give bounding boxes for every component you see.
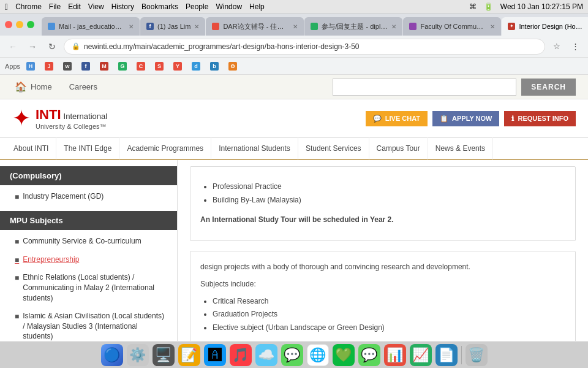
dock-excel[interactable]: 📈	[410, 344, 432, 366]
menu-window[interactable]: Window	[216, 2, 242, 11]
back-button[interactable]: ←	[5, 39, 21, 55]
dock-finder[interactable]: 🔵	[101, 344, 123, 366]
building-bylaw-label: Building By-Law (Malaysia)	[213, 196, 301, 204]
menu-people[interactable]: People	[186, 2, 208, 11]
reload-button[interactable]: ↻	[44, 39, 60, 55]
inti-name: INTI	[36, 107, 61, 123]
home-icon: 🏠	[15, 81, 27, 93]
bookmark-theta[interactable]: Θ	[225, 60, 241, 72]
content-intro-text: design projects with a body of thorough …	[200, 261, 565, 273]
bookmark-s[interactable]: S	[151, 60, 167, 72]
forward-button[interactable]: →	[24, 39, 40, 55]
nav-inti-edge[interactable]: The INTI Edge	[56, 137, 119, 159]
address-bar[interactable]: 🔒 newinti.edu.my/main/academic_programme…	[64, 39, 545, 55]
dock-pages[interactable]: 📝	[178, 344, 200, 366]
pages-icon: 📝	[181, 347, 197, 363]
close-window-btn[interactable]	[5, 21, 12, 28]
fullscreen-window-btn[interactable]	[27, 21, 34, 28]
bookmark-b-icon: b	[210, 62, 219, 71]
site-search-button[interactable]: SEARCH	[521, 79, 576, 96]
lock-icon: 🔒	[72, 42, 80, 50]
chrome-settings-button[interactable]: ⋮	[567, 39, 583, 55]
sidebar-item-industry-placement[interactable]: ■ Industry Placement (GD)	[0, 188, 177, 206]
nav-campus-tour[interactable]: Campus Tour	[369, 137, 428, 159]
livechat-label: LIVE CHAT	[385, 115, 420, 122]
site-nav-home-label: Home	[31, 82, 52, 91]
dock-messages2[interactable]: 💬	[358, 344, 380, 366]
bookmark-f[interactable]: f	[78, 60, 94, 72]
menu-help[interactable]: Help	[249, 2, 265, 11]
minimize-window-btn[interactable]	[16, 21, 23, 28]
tab-fb[interactable]: f (1) Jas Lim ✕	[140, 17, 205, 36]
dock-icloud[interactable]: ☁️	[255, 344, 277, 366]
menu-edit[interactable]: Edit	[68, 2, 81, 11]
tab-int[interactable]: ✦ Interior Design (Hons)... ✕	[502, 17, 588, 36]
tab-can-close[interactable]: ✕	[391, 23, 396, 30]
menu-chrome[interactable]: Chrome	[15, 2, 42, 11]
tab-bar: Mail - jas_education@... ✕ f (1) Jas Lim…	[42, 13, 588, 36]
bookmark-j[interactable]: J	[41, 60, 57, 72]
chrome-titlebar: Mail - jas_education@... ✕ f (1) Jas Lim…	[0, 13, 588, 36]
sidebar-entrepreneurship-label: Entrepreneurship	[23, 255, 79, 265]
tab-fb-label: (1) Jas Lim	[157, 23, 190, 30]
bookmark-b[interactable]: b	[206, 60, 222, 72]
tab-dar[interactable]: DAR论文辅导 - 佳礼论坛... ✕	[206, 17, 304, 36]
sidebar-item-islamic[interactable]: ■ Islamic & Asian Civilisation (Local st…	[0, 307, 177, 341]
wifi-icon: ⌘	[469, 2, 477, 11]
menu-file[interactable]: File	[49, 2, 61, 11]
tab-fac-close[interactable]: ✕	[490, 23, 495, 30]
menu-history[interactable]: History	[111, 2, 134, 11]
dock-trash[interactable]: 🗑️	[466, 344, 488, 366]
tab-fb-close[interactable]: ✕	[194, 23, 199, 30]
site-nav-home[interactable]: 🏠 Home	[12, 76, 55, 98]
bullet-icon: ■	[15, 192, 19, 202]
tab-mail[interactable]: Mail - jas_education@... ✕	[42, 17, 140, 36]
nav-academic[interactable]: Academic Programmes	[119, 137, 211, 159]
tab-mail-close[interactable]: ✕	[129, 23, 134, 30]
tab-fac[interactable]: Faculty Of Communic... ✕	[403, 17, 501, 36]
window-controls	[5, 21, 34, 28]
dock-messages[interactable]: 💬	[281, 344, 303, 366]
site-nav-careers[interactable]: Careers	[67, 77, 100, 96]
dock-mission-control[interactable]: 🖥️	[153, 344, 175, 366]
tab-dar-close[interactable]: ✕	[293, 23, 298, 30]
dock-chrome[interactable]: 🌐	[307, 344, 329, 366]
bookmark-star-button[interactable]: ☆	[549, 39, 565, 55]
apple-menu[interactable]: 	[5, 2, 8, 12]
menu-view[interactable]: View	[88, 2, 104, 11]
dock-powerpoint[interactable]: 📊	[384, 344, 406, 366]
chrome-icon: 🌐	[309, 347, 326, 363]
nav-international-label: International Students	[219, 144, 290, 153]
bookmark-g[interactable]: G	[115, 60, 130, 72]
dock-appstore[interactable]: 🅰	[204, 344, 226, 366]
sidebar-item-entrepreneurship[interactable]: ■ Entrepreneurship	[0, 251, 177, 269]
bookmark-m[interactable]: M	[96, 60, 112, 72]
apps-label[interactable]: Apps	[5, 63, 20, 70]
nav-student-services[interactable]: Student Services	[298, 137, 369, 159]
bookmark-y[interactable]: Y	[170, 60, 186, 72]
menu-bookmarks[interactable]: Bookmarks	[141, 2, 178, 11]
dock-system-prefs[interactable]: ⚙️	[127, 344, 149, 366]
mac-dock: 🔵 ⚙️ 🖥️ 📝 🅰 🎵 ☁️ 💬 🌐 💚 💬 📊 📈 📄 🗑️	[0, 341, 588, 368]
sidebar-item-ethnic[interactable]: ■ Ethnic Relations (Local students) / Co…	[0, 269, 177, 307]
live-chat-button[interactable]: 💬 LIVE CHAT	[366, 111, 428, 126]
nav-news-events[interactable]: News & Events	[428, 137, 493, 159]
nav-student-services-label: Student Services	[306, 144, 361, 153]
bookmark-hao123[interactable]: H	[23, 60, 39, 72]
bookmark-c[interactable]: C	[133, 60, 149, 72]
dock-itunes[interactable]: 🎵	[230, 344, 252, 366]
bookmark-d[interactable]: d	[188, 60, 204, 72]
bookmark-w[interactable]: w	[59, 60, 75, 72]
site-search-input[interactable]	[333, 79, 516, 96]
tab-can[interactable]: 参与/回复主题 - diplom... ✕	[304, 17, 402, 36]
nav-international[interactable]: International Students	[211, 137, 298, 159]
bookmark-s-icon: S	[155, 62, 164, 71]
dock-wechat[interactable]: 💚	[333, 344, 355, 366]
dock-word[interactable]: 📄	[435, 344, 458, 366]
sidebar-item-community[interactable]: ■ Community Service & Co-curriculum	[0, 232, 177, 251]
bookmark-y-icon: Y	[173, 62, 182, 71]
request-info-button[interactable]: ℹ REQUEST INFO	[504, 111, 576, 126]
apply-now-button[interactable]: 📋 APPLY NOW	[432, 111, 499, 126]
content-note-study-tour: An International Study Tour will be sche…	[200, 214, 565, 226]
nav-about-inti[interactable]: About INTI	[6, 137, 56, 159]
